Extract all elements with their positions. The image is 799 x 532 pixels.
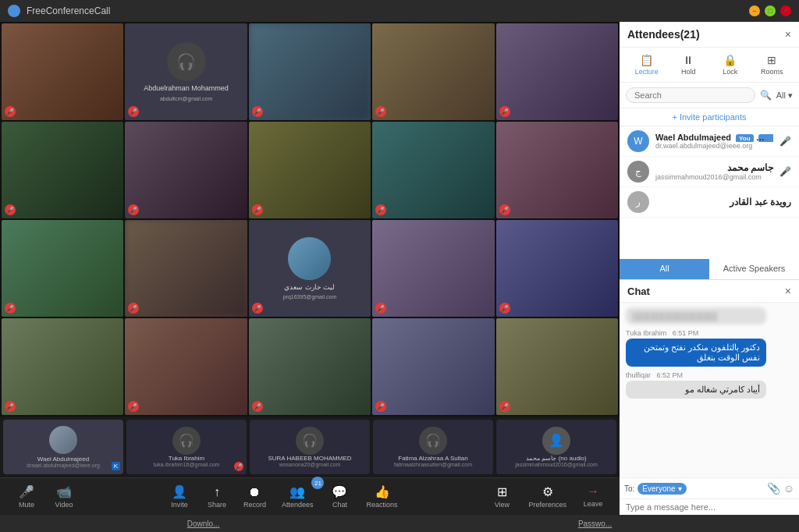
attendee-item: ر رويدة عبد القادر (620, 187, 799, 218)
attendee-info: رويدة عبد القادر (655, 197, 791, 207)
attendee-info: جاسم محمد jassimmahmoud2016@gmail.com (655, 162, 773, 181)
view-label: View (495, 501, 510, 509)
download-link[interactable]: Downlo... (187, 520, 220, 528)
to-label: To: (624, 484, 634, 493)
video-cell-person: ليث حارث سعدي prq16395@gmail.com 🎤 (249, 220, 371, 317)
message-bubble: دكتور بالتلفون منكدر نفتح وتمتحن نفس الو… (626, 339, 766, 367)
tab-active-speakers[interactable]: Active Speakers (709, 259, 799, 279)
mic-muted-icon: 🎤 (5, 303, 16, 314)
video-cell: 🎤 (125, 318, 247, 415)
emoji-icon[interactable]: ☺ (783, 482, 794, 495)
message-bubble: أيباد كامرتي شغاله مو (626, 381, 766, 399)
avatar: ج (627, 161, 649, 183)
attendee-item: ج جاسم محمد jassimmahmoud2016@gmail.com … (620, 157, 799, 187)
mic-muted-icon: 🎤 (5, 401, 16, 412)
mute-button[interactable]: 🎤 Mute (9, 481, 44, 512)
mic-icon: 🎤 (779, 136, 791, 147)
message-time: 6:52 PM (657, 371, 684, 379)
video-button[interactable]: 📹 Video (47, 481, 81, 512)
record-button[interactable]: ⏺ Record (237, 482, 272, 512)
mic-muted-icon: 🎤 (5, 106, 16, 117)
chat-button[interactable]: 💬 Chat (322, 481, 357, 512)
chat-message-tuka: Tuka Ibrahim 6:51 PM دكتور بالتلفون منكد… (626, 329, 793, 367)
reactions-label: Reactions (366, 501, 397, 509)
lock-label: Lock (723, 68, 737, 76)
chat-message: ░░░░░░░░░░░░░░ (626, 307, 793, 325)
chevron-down-icon: ▾ (678, 484, 682, 493)
cell-name: Abduelrahman Mohammed (144, 84, 229, 93)
invite-button[interactable]: 👤 Invite (162, 481, 197, 512)
center-controls: 👤 Invite ↑ Share ⏺ Record 👥 21 Atten (162, 481, 404, 512)
close-window-button[interactable]: × (780, 5, 791, 16)
record-label: Record (243, 501, 266, 509)
maximize-button[interactable]: □ (765, 5, 776, 16)
chat-close-button[interactable]: × (785, 285, 791, 297)
participant-wael: Wael Abdulmajeed draael.abdulmajeed@ieee… (3, 420, 123, 474)
right-controls: ⊞ View ⚙ Preferences → Leave (485, 481, 610, 512)
leave-button[interactable]: → Leave (576, 481, 610, 512)
chat-type-row (620, 498, 799, 515)
view-button[interactable]: ⊞ View (485, 481, 519, 512)
hold-label: Hold (681, 68, 696, 76)
attendees-title: Attendees(21) (627, 28, 700, 41)
attendee-name: Wael Abdulmajeed You Host (655, 133, 773, 142)
video-cell: 🎤 (125, 122, 247, 218)
sender-name: Tuka Ibrahim (626, 329, 666, 337)
video-cell: 🎤 (2, 23, 123, 120)
leave-icon: → (587, 484, 599, 498)
preferences-button[interactable]: ⚙ Preferences (522, 481, 573, 512)
video-cell: 🎤 (496, 23, 618, 120)
participant-email: jassimmahmoud2016@gmail.com (515, 462, 598, 467)
app-window: FreeConferenceCall − □ × 🎤 🎧 Abduelr (0, 0, 799, 532)
hold-button[interactable]: ⏸ Hold (668, 51, 710, 79)
rooms-button[interactable]: ⊞ Rooms (751, 51, 794, 79)
you-badge: You (736, 134, 754, 142)
video-cell: 🎤 (372, 220, 494, 317)
mic-muted-icon: 🎤 (252, 303, 263, 314)
chat-icon: 💬 (332, 484, 347, 499)
share-icon: ↑ (214, 485, 220, 499)
attendee-email: dr.wael.abdulmajeed@ieee.org (655, 142, 773, 150)
title-bar-left: FreeConferenceCall (8, 5, 110, 17)
person-avatar: 👤 (542, 427, 570, 455)
all-dropdown[interactable]: All ▾ (776, 90, 793, 101)
attendee-info: Wael Abdulmajeed You Host dr.wael.abdulm… (655, 133, 773, 150)
attendees-close-button[interactable]: × (785, 28, 791, 41)
video-icon: 📹 (56, 484, 72, 499)
attendee-item: W Wael Abdulmajeed You Host dr.wael.abdu… (620, 126, 799, 157)
brand-icon: K (112, 457, 120, 471)
leave-label: Leave (584, 500, 603, 508)
rooms-icon: ⊞ (767, 54, 776, 66)
lecture-button[interactable]: 📋 Lecture (626, 51, 668, 79)
video-cell: 🎤 (2, 318, 123, 415)
minimize-button[interactable]: − (749, 5, 760, 16)
mute-icon: 🎤 (19, 484, 34, 499)
video-cell: 🎤 (372, 23, 494, 120)
attachment-icon[interactable]: 📎 (767, 482, 780, 495)
share-button[interactable]: ↑ Share (200, 482, 234, 512)
mic-icon: 🎤 (779, 166, 791, 177)
to-everyone-dropdown[interactable]: Everyone ▾ (637, 483, 686, 495)
muted-icon: 🎤 (234, 462, 243, 471)
video-area: 🎤 🎧 Abduelrahman Mohammed abdultcm@gmail… (0, 22, 620, 515)
video-cell: 🎤 (2, 122, 123, 218)
chat-input[interactable] (626, 502, 793, 512)
search-input[interactable] (626, 87, 755, 103)
tab-all[interactable]: All (620, 259, 709, 279)
participant-fatima: 🎧 Fatima Alzahraa A Sultan fatimaalzhraa… (373, 420, 493, 474)
participant-name: Fatima Alzahraa A Sultan (398, 455, 467, 463)
video-cell: 🎤 (2, 220, 123, 317)
participant-jasim: 👤 جاسم محمد (no audio) jassimmahmoud2016… (496, 420, 616, 474)
attendees-button[interactable]: 👥 21 Attendees (275, 481, 320, 512)
share-label: Share (208, 501, 226, 509)
participant-sura: 🎧 SURA HABEEB MOHAMMED wosanona20@gmail.… (250, 420, 370, 474)
main-area: 🎤 🎧 Abduelrahman Mohammed abdultcm@gmail… (0, 22, 799, 515)
invite-participants-button[interactable]: + Invite participants (620, 108, 799, 126)
lecture-label: Lecture (635, 68, 659, 76)
avatar: W (627, 130, 649, 152)
reactions-button[interactable]: 👍 Reactions (360, 481, 403, 512)
lock-button[interactable]: 🔒 Lock (709, 51, 751, 79)
password-link[interactable]: Passwo... (578, 520, 612, 528)
cell-email: prq16395@gmail.com (283, 294, 337, 300)
headphone-avatar: 🎧 (167, 42, 206, 81)
